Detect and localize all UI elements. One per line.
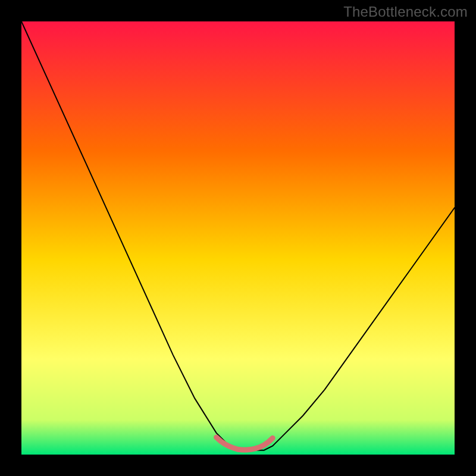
frame: TheBottleneck.com bbox=[0, 0, 476, 476]
plot-svg bbox=[21, 21, 455, 455]
watermark-text: TheBottleneck.com bbox=[343, 4, 468, 20]
plot-area bbox=[21, 21, 455, 455]
gradient-background bbox=[21, 21, 455, 455]
